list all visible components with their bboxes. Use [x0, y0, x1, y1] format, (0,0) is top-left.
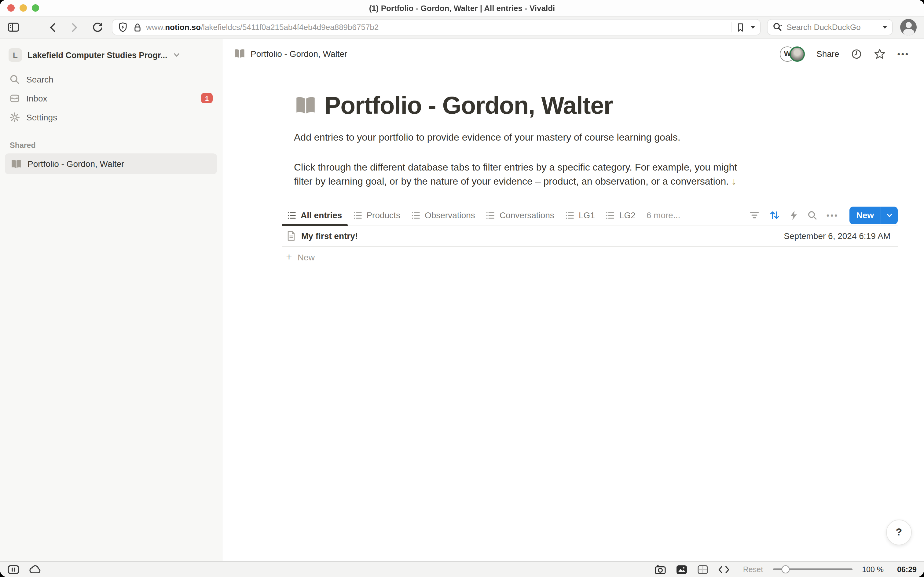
filter-icon[interactable]: [749, 210, 759, 220]
status-clock: 06:29: [897, 565, 917, 574]
list-view-icon: [287, 211, 296, 220]
tab-observations[interactable]: Observations: [406, 205, 481, 225]
page-title[interactable]: Portfolio - Gordon, Walter: [325, 92, 613, 119]
viewer-avatars[interactable]: W: [780, 46, 805, 61]
tab-products[interactable]: Products: [348, 205, 406, 225]
forward-icon[interactable]: [70, 22, 79, 33]
sidebar-item-inbox[interactable]: Inbox 1: [0, 89, 222, 108]
tab-label: LG1: [579, 210, 595, 220]
more-options-icon[interactable]: •••: [897, 49, 910, 58]
capture-camera-icon[interactable]: [655, 564, 666, 574]
tab-label: Observations: [425, 210, 475, 220]
entry-title[interactable]: My first entry!: [301, 231, 358, 241]
gear-icon: [9, 111, 20, 122]
url-text: www.notion.so/lakefieldcs/5411f0a215ab4f…: [146, 23, 728, 32]
browser-toolbar: www.notion.so/lakefieldcs/5411f0a215ab4f…: [0, 16, 924, 39]
list-view-icon: [353, 211, 362, 220]
automation-lightning-icon[interactable]: [789, 210, 798, 220]
view-options-icon[interactable]: •••: [827, 211, 839, 220]
browser-profile-avatar[interactable]: [900, 19, 917, 35]
database-collection: All entries Products Observations C: [282, 205, 898, 268]
tab-lg1[interactable]: LG1: [560, 205, 600, 225]
browser-window: (1) Portfolio - Gordon, Walter | All ent…: [0, 0, 924, 577]
table-row[interactable]: My first entry! September 6, 2024 6:19 A…: [282, 226, 898, 247]
browser-statusbar: Reset 100 % 06:29: [0, 561, 924, 577]
back-icon[interactable]: [48, 22, 58, 33]
search-icon[interactable]: [807, 210, 817, 220]
tab-all-entries[interactable]: All entries: [282, 205, 348, 225]
open-book-icon: [233, 48, 246, 60]
sort-icon[interactable]: [768, 210, 780, 221]
search-engine-dropdown-icon[interactable]: [882, 26, 887, 29]
bookmark-dropdown-icon[interactable]: [750, 26, 755, 29]
search-engine-icon[interactable]: [773, 22, 783, 32]
new-dropdown-icon[interactable]: [881, 206, 898, 224]
workspace-switcher[interactable]: L Lakefield Computer Studies Progr...: [0, 46, 222, 64]
page-topbar: Portfolio - Gordon, Walter W Share •••: [222, 39, 924, 68]
avatar-photo: [790, 46, 805, 61]
lock-icon: [133, 22, 142, 33]
zoom-level: 100 %: [862, 565, 884, 574]
tab-label: Products: [366, 210, 400, 220]
url-prefix: www.: [146, 23, 165, 32]
bookmark-icon[interactable]: [736, 22, 745, 33]
tab-label: LG2: [619, 210, 636, 220]
url-path: /lakefieldcs/5411f0a215ab4f4eb4d9ea889b6…: [201, 23, 378, 32]
clock-icon[interactable]: [851, 48, 863, 60]
address-bar[interactable]: www.notion.so/lakefieldcs/5411f0a215ab4f…: [112, 19, 761, 35]
panel-pause-icon[interactable]: [7, 564, 19, 574]
sync-cloud-icon[interactable]: [29, 565, 42, 574]
notion-content: Portfolio - Gordon, Walter W Share •••: [222, 39, 924, 561]
list-view-icon: [606, 211, 615, 220]
breadcrumb-label: Portfolio - Gordon, Walter: [251, 49, 347, 59]
add-row-label: New: [298, 252, 315, 262]
new-entry-button[interactable]: New: [850, 206, 898, 224]
shield-icon[interactable]: [118, 21, 128, 33]
workspace-name: Lakefield Computer Studies Progr...: [27, 50, 167, 60]
tab-conversations[interactable]: Conversations: [481, 205, 560, 225]
workspace-avatar: L: [8, 48, 22, 62]
entry-date: September 6, 2024 6:19 AM: [784, 231, 890, 241]
tab-label: All entries: [301, 210, 342, 220]
zoom-slider-thumb[interactable]: [781, 566, 789, 573]
inbox-icon: [9, 93, 20, 103]
plus-icon: +: [286, 252, 292, 262]
page-open-book-icon[interactable]: [294, 94, 317, 117]
sidebar-item-portfolio[interactable]: Portfolio - Gordon, Walter: [5, 153, 217, 174]
sidebar-item-search[interactable]: Search: [0, 70, 222, 89]
sidebar-item-label: Inbox: [26, 93, 47, 103]
sidebar-item-label: Portfolio - Gordon, Walter: [27, 159, 124, 169]
window-titlebar: (1) Portfolio - Gordon, Walter | All ent…: [0, 0, 924, 16]
window-title: (1) Portfolio - Gordon, Walter | All ent…: [0, 3, 924, 13]
breadcrumb[interactable]: Portfolio - Gordon, Walter: [233, 48, 347, 60]
help-button[interactable]: ?: [886, 519, 912, 545]
zoom-slider[interactable]: [773, 561, 852, 577]
list-view-icon: [411, 211, 420, 220]
reload-icon[interactable]: [92, 21, 103, 33]
developer-code-icon[interactable]: [718, 565, 730, 574]
tabs-more-button[interactable]: 6 more...: [641, 210, 686, 220]
list-view-icon: [486, 211, 495, 220]
page-paragraph[interactable]: Add entries to your portfolio to provide…: [294, 130, 753, 144]
page-paragraph[interactable]: Click through the different database tab…: [294, 160, 753, 189]
zoom-reset-button[interactable]: Reset: [743, 565, 763, 574]
tab-lg2[interactable]: LG2: [600, 205, 641, 225]
field-divider: [731, 22, 732, 32]
list-view-icon: [565, 211, 575, 220]
search-input[interactable]: [787, 23, 879, 32]
open-book-icon: [10, 158, 22, 169]
sidebar-item-settings[interactable]: Settings: [0, 108, 222, 127]
page-actions-image-icon[interactable]: [676, 564, 687, 574]
share-button[interactable]: Share: [816, 49, 839, 59]
page-title-block: Portfolio - Gordon, Walter: [294, 92, 924, 119]
new-button-label: New: [850, 206, 881, 224]
add-new-row-button[interactable]: + New: [282, 247, 898, 268]
tab-label: Conversations: [500, 210, 554, 220]
sidebar-item-label: Search: [26, 74, 53, 84]
panel-toggle-icon[interactable]: [7, 21, 19, 33]
inbox-badge: 1: [201, 93, 212, 103]
tiling-grid-icon[interactable]: [697, 564, 708, 574]
search-box[interactable]: [767, 19, 893, 35]
star-icon[interactable]: [874, 48, 886, 60]
chevron-down-icon[interactable]: [173, 52, 180, 59]
